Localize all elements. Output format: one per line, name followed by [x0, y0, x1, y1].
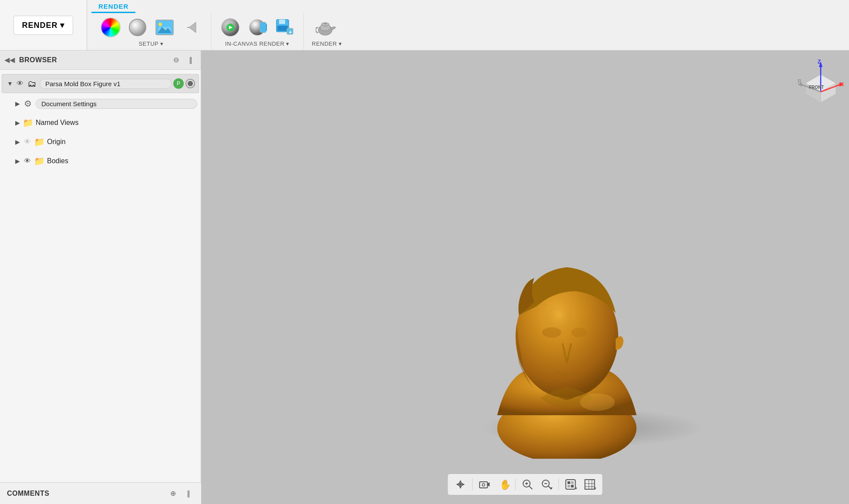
comments-bar: COMMENTS ⊕ ‖	[0, 482, 201, 504]
incanvas-label: IN-CANVAS RENDER ▾	[225, 40, 290, 47]
tree-item-named-views[interactable]: ▶ 📁 Named Views	[0, 113, 201, 132]
svg-rect-64	[571, 485, 574, 487]
origin-eye-icon[interactable]: 👁	[22, 136, 33, 148]
browser-minimize-button[interactable]: ⊖	[170, 54, 182, 66]
svg-marker-13	[266, 23, 267, 32]
svg-rect-15	[279, 20, 285, 24]
tree-item-document-settings[interactable]: ▶ ⚙ Document Settings	[0, 94, 201, 113]
tree-root-item[interactable]: ▼ 👁 🗂 Parsa Mold Box Figure v1 P	[2, 74, 199, 93]
green-indicator: P	[173, 78, 184, 89]
tree-item-bodies[interactable]: ▶ 👁 📁 Bodies	[0, 151, 201, 171]
grid-button[interactable]: ▾	[582, 476, 598, 493]
bodies-eye-icon[interactable]: 👁	[22, 155, 33, 167]
root-chevron[interactable]: ▼	[6, 79, 14, 88]
divider-3	[559, 478, 559, 491]
render-label: RENDER ▾	[312, 40, 342, 47]
comments-divider-handle[interactable]: ‖	[183, 488, 194, 499]
render-sphere-icon[interactable]	[126, 16, 149, 39]
incanvas-icons: ▲	[219, 16, 296, 39]
browser-back-button[interactable]: ◀◀	[4, 56, 15, 64]
origin-chevron[interactable]: ▶	[13, 138, 22, 146]
root-folder-icon: 🗂	[26, 77, 38, 90]
svg-marker-45	[456, 483, 460, 486]
setup-label: SETUP ▾	[138, 40, 163, 47]
browser-title: BROWSER	[19, 56, 166, 64]
toolbar-tab-bar: RENDER	[87, 0, 849, 13]
back-arrow-icon[interactable]	[180, 16, 203, 39]
render-tab[interactable]: RENDER	[91, 1, 135, 13]
display-mode-button[interactable]: ▾	[563, 476, 579, 493]
toolbar-icons-row: SETUP ▾	[87, 13, 849, 50]
navigate-button[interactable]	[452, 476, 469, 493]
bottom-toolbar: ✋ ▾	[448, 474, 603, 495]
svg-line-55	[529, 486, 532, 489]
svg-rect-61	[568, 481, 570, 484]
svg-rect-60	[566, 480, 576, 489]
toolbar-group-incanvas: ▲ IN-CANVAS RENDER ▾	[211, 13, 304, 50]
svg-rect-16	[277, 26, 288, 31]
svg-text:Z: Z	[818, 59, 821, 65]
camera-button[interactable]	[476, 476, 493, 493]
left-panel: ◀◀ BROWSER ⊖ ‖ ▼ 👁 🗂 Parsa Mold Box Figu…	[0, 50, 201, 504]
named-views-chevron[interactable]: ▶	[13, 118, 22, 127]
svg-point-3	[158, 23, 162, 26]
origin-folder-icon: 📁	[33, 136, 45, 148]
svg-rect-62	[571, 481, 574, 484]
viewport[interactable]: Z X R FRONT	[201, 50, 849, 504]
teapot-icon[interactable]	[316, 16, 338, 39]
svg-point-27	[543, 306, 573, 341]
svg-marker-5	[189, 22, 196, 33]
browser-divider-handle[interactable]: ‖	[185, 54, 196, 66]
zoom-in-button[interactable]	[519, 476, 536, 493]
svg-marker-46	[462, 483, 465, 486]
svg-text:X: X	[840, 81, 844, 87]
toolbar: RENDER ▾ RENDER	[0, 0, 849, 50]
svg-point-22	[324, 23, 327, 24]
save-render-icon[interactable]: ▲	[273, 16, 296, 39]
tree-item-origin[interactable]: ▶ 👁 📁 Origin	[0, 132, 201, 151]
svg-rect-12	[260, 22, 266, 33]
coordinate-cube[interactable]: Z X R FRONT	[797, 59, 840, 103]
svg-text:▾: ▾	[594, 486, 596, 491]
svg-point-28	[580, 393, 615, 411]
named-views-label: Named Views	[36, 119, 197, 127]
origin-label: Origin	[47, 138, 197, 146]
render-button-label: RENDER ▾	[22, 20, 64, 30]
svg-rect-63	[568, 485, 570, 487]
radio-button[interactable]	[185, 79, 195, 88]
toolbar-main: RENDER	[87, 0, 849, 50]
svg-text:✋: ✋	[499, 479, 510, 491]
play-render-icon[interactable]	[219, 16, 242, 39]
browser-header: ◀◀ BROWSER ⊖ ‖	[0, 50, 201, 70]
tree-container: ▼ 👁 🗂 Parsa Mold Box Figure v1 P ▶ ⚙ Doc…	[0, 70, 201, 504]
svg-text:R: R	[798, 78, 802, 84]
pan-button[interactable]: ✋	[495, 476, 512, 493]
color-wheel-icon[interactable]	[99, 16, 122, 39]
svg-text:▾: ▾	[550, 486, 553, 491]
render-section: RENDER ▾	[0, 0, 87, 50]
render-icons	[316, 16, 338, 39]
browser-header-icons: ⊖ ‖	[170, 54, 196, 66]
svg-rect-48	[480, 482, 488, 488]
comments-add-button[interactable]: ⊕	[167, 488, 179, 499]
image-bg-icon[interactable]	[153, 16, 176, 39]
divider-1	[472, 478, 473, 491]
toolbar-group-setup: SETUP ▾	[91, 13, 211, 50]
doc-settings-chevron[interactable]: ▶	[13, 99, 22, 108]
bodies-chevron[interactable]: ▶	[13, 157, 22, 165]
zoom-toggle-button[interactable]: ▾	[539, 476, 555, 493]
settings-gear-icon: ⚙	[22, 97, 34, 110]
svg-text:▲: ▲	[288, 29, 293, 34]
render-dropdown-button[interactable]: RENDER ▾	[13, 16, 73, 35]
svg-point-50	[482, 484, 485, 486]
root-eye-icon[interactable]: 👁	[14, 78, 26, 89]
divider-2	[515, 478, 516, 491]
snapshot-icon[interactable]	[246, 16, 269, 39]
bodies-label: Bodies	[47, 157, 197, 165]
svg-rect-66	[585, 480, 595, 489]
svg-point-47	[459, 483, 462, 486]
doc-settings-label: Document Settings	[36, 99, 197, 109]
svg-point-26	[571, 328, 587, 337]
svg-text:FRONT: FRONT	[809, 85, 824, 90]
main-content: ◀◀ BROWSER ⊖ ‖ ▼ 👁 🗂 Parsa Mold Box Figu…	[0, 50, 849, 504]
